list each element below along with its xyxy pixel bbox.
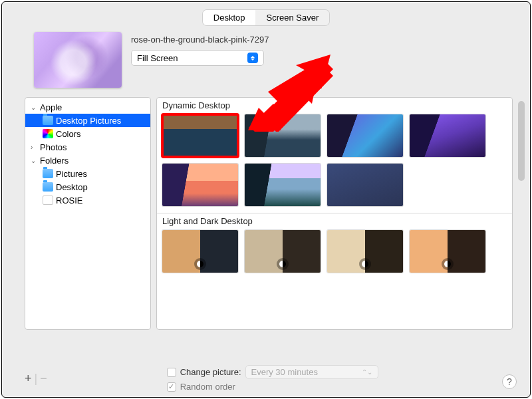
current-wallpaper-name: rose-on-the-ground-black-pink-7297 [131, 35, 514, 45]
tree-apple[interactable]: ⌄ Apple [25, 100, 150, 114]
wallpaper-ld-thumb-1[interactable] [162, 230, 238, 273]
section-dynamic-desktop: Dynamic Desktop [157, 98, 512, 112]
change-picture-label: Change picture: [180, 367, 241, 377]
random-order-label: Random order [180, 382, 235, 392]
wallpaper-thumb-4[interactable] [410, 114, 485, 157]
change-picture-checkbox[interactable] [167, 368, 176, 377]
random-order-checkbox[interactable] [167, 382, 176, 392]
source-list: ⌄ Apple Desktop Pictures Colors › Photos… [25, 97, 151, 330]
chevron-down-icon: ⌄ [31, 104, 37, 111]
tree-folder-desktop[interactable]: Desktop [25, 180, 150, 194]
tree-folder-rosie[interactable]: ROSIE [25, 194, 150, 207]
desktop-preferences-window: Desktop Screen Saver rose-on-the-ground-… [1, 1, 531, 398]
tree-desktop-pictures[interactable]: Desktop Pictures [25, 114, 150, 127]
light-dark-badge-icon [277, 258, 289, 270]
tree-photos[interactable]: › Photos [25, 140, 150, 154]
wallpaper-ld-thumb-2[interactable] [245, 230, 321, 273]
section-light-dark-desktop: Light and Dark Desktop [157, 213, 512, 227]
folder-icon [43, 196, 53, 205]
add-source-button[interactable]: + [25, 372, 32, 386]
wallpaper-thumb-2[interactable] [245, 114, 321, 157]
wallpaper-thumb-7[interactable] [327, 164, 403, 206]
scrollbar[interactable] [518, 101, 525, 181]
wallpaper-ld-thumb-4[interactable] [410, 230, 485, 273]
footer: + | − Change picture: Every 30 minutes ⌃… [25, 365, 513, 392]
folder-icon [43, 169, 53, 178]
tab-screensaver[interactable]: Screen Saver [255, 10, 329, 25]
chevron-right-icon: › [31, 144, 37, 151]
folder-icon [43, 182, 53, 192]
tree-folders[interactable]: ⌄ Folders [25, 154, 150, 167]
change-interval-select[interactable]: Every 30 minutes ⌃⌄ [245, 365, 378, 379]
folder-icon [43, 116, 53, 125]
tab-bar: Desktop Screen Saver [2, 2, 530, 25]
light-dark-badge-icon [359, 258, 371, 270]
light-dark-badge-icon [194, 258, 206, 270]
light-dark-badge-icon [442, 258, 454, 270]
wallpaper-ld-thumb-3[interactable] [327, 230, 403, 273]
tree-colors[interactable]: Colors [25, 127, 150, 140]
wallpaper-thumb-1[interactable] [162, 114, 238, 157]
select-stepper-icon: ⌃⌄ [362, 368, 372, 376]
remove-source-button[interactable]: − [40, 372, 47, 386]
wallpaper-thumb-3[interactable] [327, 114, 403, 157]
select-stepper-icon [247, 53, 258, 63]
help-button[interactable]: ? [502, 374, 517, 389]
chevron-down-icon: ⌄ [31, 157, 37, 164]
fit-mode-select[interactable]: Fill Screen [131, 50, 264, 66]
fit-mode-value: Fill Screen [137, 53, 178, 63]
wallpaper-thumb-6[interactable] [245, 164, 321, 206]
color-wheel-icon [43, 129, 53, 138]
wallpaper-gallery: Dynamic Desktop Light and Dark Desktop [156, 97, 513, 330]
wallpaper-thumb-5[interactable] [162, 164, 238, 206]
current-wallpaper-preview [34, 32, 122, 88]
tree-folder-pictures[interactable]: Pictures [25, 167, 150, 180]
tab-desktop[interactable]: Desktop [203, 10, 256, 25]
